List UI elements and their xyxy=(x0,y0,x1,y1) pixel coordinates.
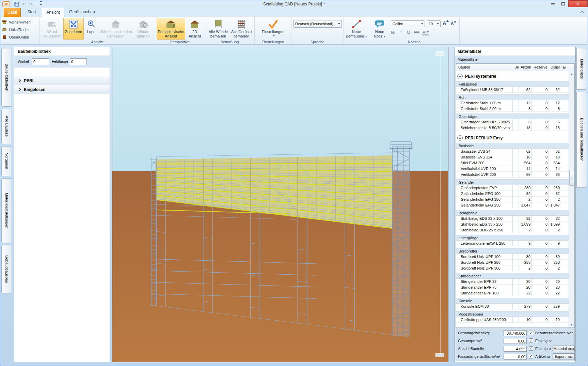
collapse-group-icon[interactable] xyxy=(457,74,463,79)
scroll-up-button[interactable]: ▲ xyxy=(569,71,574,77)
neue-bemassung-button[interactable]: Neue Bemaßung xyxy=(345,18,368,40)
material-item-row[interactable]: Geländerholm EPG 2501.04701.047 xyxy=(456,202,569,208)
minimize-button[interactable] xyxy=(548,0,558,7)
material-item-row[interactable]: Stahlbelag UDG 25 x 250202 xyxy=(456,227,569,233)
material-item-row[interactable]: Stirngeländer EPF 3320020 xyxy=(456,279,569,285)
scroll-down-button[interactable]: ▼ xyxy=(569,322,574,327)
material-item-row[interactable]: Gitterträger Stahl ULS 70/825606 xyxy=(456,119,569,125)
sidebar-tab-bauteilbibliothek[interactable]: Bauteilbibliothek xyxy=(1,48,12,107)
fassadengeruestflaeche-value[interactable] xyxy=(504,354,527,360)
column-header-anzahl[interactable]: Anzah xyxy=(519,64,532,71)
material-item-row[interactable]: Stahlbelag EDS 33 x 2501.09901.099 xyxy=(456,222,569,227)
material-item-row[interactable]: Leitergangtafel EAW-L 250909 xyxy=(456,241,569,246)
close-button[interactable]: ✕ xyxy=(568,0,588,7)
sidebar-tab-ebenen-und-teilaufbauten[interactable]: Ebenen und Teilaufbauten xyxy=(576,92,587,188)
material-item-row[interactable]: Basisstiel UVB 2462062 xyxy=(456,149,569,154)
italic-button[interactable]: I xyxy=(398,29,404,35)
checkbox[interactable]: ✓ xyxy=(529,331,533,335)
material-item-row[interactable]: Bordbrett Holz UPF 10030030 xyxy=(456,254,569,260)
font-color-button[interactable]: A xyxy=(422,30,429,35)
language-select[interactable]: Deutsch (Deutschland) xyxy=(293,20,342,28)
material-group-row[interactable]: PERI systemfrei xyxy=(456,72,569,80)
zentrieren-button[interactable]: Zentrieren xyxy=(63,18,84,40)
maximize-button[interactable] xyxy=(558,0,568,7)
note-font-select[interactable]: Calibri xyxy=(391,20,425,27)
viewport-3d[interactable] xyxy=(112,47,448,362)
column-header-dispo[interactable]: Dispo xyxy=(549,64,561,71)
checkbox[interactable]: ✓ xyxy=(529,354,533,359)
strikethrough-button[interactable]: abc xyxy=(413,29,420,35)
perspektivische-ansicht-button[interactable]: Perspektivische Ansicht xyxy=(157,18,185,40)
material-item-row[interactable]: Geländerholm EPG 150202 xyxy=(456,197,569,202)
save-button[interactable] xyxy=(14,1,20,7)
material-group-row[interactable]: PERI PERI UP Easy xyxy=(456,134,569,142)
column-header-reserve[interactable]: Reserve xyxy=(532,64,549,71)
ansicht-2d-button[interactable]: 2D Ansicht xyxy=(186,18,204,40)
tab-ansicht[interactable]: Ansicht xyxy=(42,8,64,17)
material-item-row[interactable]: Vertikalstiel UVR 20066066 xyxy=(456,172,569,178)
sidebar-tab-vorgaben[interactable]: Vorgaben xyxy=(1,146,12,176)
material-item-row[interactable]: Bordbrett Holz UPF 300202 xyxy=(456,265,569,271)
material-item-row[interactable]: Geländerpfosten EVP2800280 xyxy=(456,185,569,191)
sidebar-tab-materialliste[interactable]: Materialliste xyxy=(576,48,587,90)
section-peri[interactable]: PERI xyxy=(14,76,110,85)
material-item-row[interactable]: Vertikalstiel UVR 10014014 xyxy=(456,166,569,172)
alle-gerueste-bemassen-button[interactable]: Alle Gerüste bemaßen xyxy=(230,18,253,40)
material-item-row[interactable]: Geländerholm EPG 10032032 xyxy=(456,191,569,197)
material-item-row[interactable]: Fußspindel UJB 38-36/1762062 xyxy=(456,87,569,93)
undo-button[interactable]: ↶ xyxy=(21,1,27,7)
oben-unten-button[interactable]: Oben/Unten xyxy=(2,34,37,41)
waende-ausblenden-button[interactable]: Wände ausblenden / anzeigen xyxy=(99,18,133,40)
app-icon[interactable]: 3D xyxy=(2,1,10,7)
checkbox[interactable]: ✓ xyxy=(529,346,533,351)
material-item-row[interactable]: Gerüstrohr Stahl 1,00 m12012 xyxy=(456,100,569,106)
grow-font-button[interactable]: A xyxy=(443,20,449,27)
anzahl-bauteile-value[interactable] xyxy=(504,346,527,352)
export-button[interactable]: Export nac xyxy=(553,353,575,360)
material-item-row[interactable]: Bordbrett Holz UPF 2502530253 xyxy=(456,260,569,265)
shrink-font-button[interactable]: A xyxy=(451,21,456,28)
column-header-ei[interactable]: Ei xyxy=(561,64,574,71)
tab-start[interactable]: Start xyxy=(22,8,41,17)
tab-datei[interactable]: Datei xyxy=(4,8,21,17)
sidebar-tab-gebaeudeausbau[interactable]: Gebäudeausbau xyxy=(1,245,12,293)
links-rechts-button[interactable]: Links/Rechts xyxy=(2,26,37,33)
scrollbar-thumb[interactable]: ≡ xyxy=(569,170,574,186)
material-item-row[interactable]: Stahlbelag EDS 33 x 10032032 xyxy=(456,216,569,222)
section-eingelesen[interactable]: Eingelesen xyxy=(14,85,110,94)
sidebar-tab-materialeinstellungen[interactable]: Materialeinstellungen xyxy=(1,178,12,243)
material-item-row[interactable]: Konsole ECM 332790279 xyxy=(456,304,569,309)
material-item-row[interactable]: Stirngeländer EPF 10022022 xyxy=(456,290,569,296)
customize-toolbar-button[interactable] xyxy=(38,1,44,7)
material-item-row[interactable]: Gerüstrohr Stahl 2,00 m808 xyxy=(456,106,569,112)
viewport-splitter-handle-top[interactable] xyxy=(435,51,444,56)
material-item-row[interactable]: Stirngeländer EPF 7520020 xyxy=(456,285,569,290)
collapse-ribbon-button[interactable] xyxy=(579,9,585,15)
bold-button[interactable]: B xyxy=(390,29,396,35)
gesamtgewicht-value[interactable] xyxy=(504,330,527,336)
sidebar-tab-alle-bauteile[interactable]: Alle Bauteile xyxy=(1,109,12,144)
viewport-splitter-track[interactable] xyxy=(440,53,441,355)
waende-sperren-button[interactable]: Wände sperren xyxy=(133,18,153,40)
winkel-input[interactable] xyxy=(32,58,49,65)
vorne-hinten-button[interactable]: Vorne/Hinten xyxy=(2,19,37,26)
viewport-splitter-handle-bottom[interactable] xyxy=(435,353,444,357)
neue-notiz-button[interactable]: Neue Notiz xyxy=(370,18,389,40)
einstellungen-button[interactable]: Einstellungen xyxy=(258,18,288,40)
redo-button[interactable]: ↷ xyxy=(28,1,34,7)
material-item-row[interactable]: Stiel EVM 2005640564 xyxy=(456,160,569,166)
column-header-be[interactable]: Be xyxy=(513,64,519,71)
feldlaenge-input[interactable] xyxy=(70,58,87,65)
tab-geruestausbau[interactable]: Gerüstausbau xyxy=(66,8,98,17)
checkbox[interactable]: ✓ xyxy=(529,338,533,343)
material-export-button[interactable]: Material exp xyxy=(553,346,575,352)
alle-waende-bemassen-button[interactable]: Alle Wände bemaßen xyxy=(207,18,229,40)
underline-button[interactable]: U xyxy=(405,29,412,35)
column-header-bauteil[interactable]: Bauteil xyxy=(457,64,513,71)
material-item-row[interactable]: Gerüsttreppe UAS 250/20010010 xyxy=(456,317,569,323)
note-font-size-select[interactable]: 10 xyxy=(427,20,441,27)
wand-fokussieren-button[interactable]: Wand fokussieren xyxy=(42,18,63,40)
material-item-row[interactable]: Schiebereiter ULB 50/70, verz.18018 xyxy=(456,125,569,131)
collapse-group-icon[interactable] xyxy=(457,135,463,141)
gesamtpreis-value[interactable] xyxy=(504,338,527,344)
